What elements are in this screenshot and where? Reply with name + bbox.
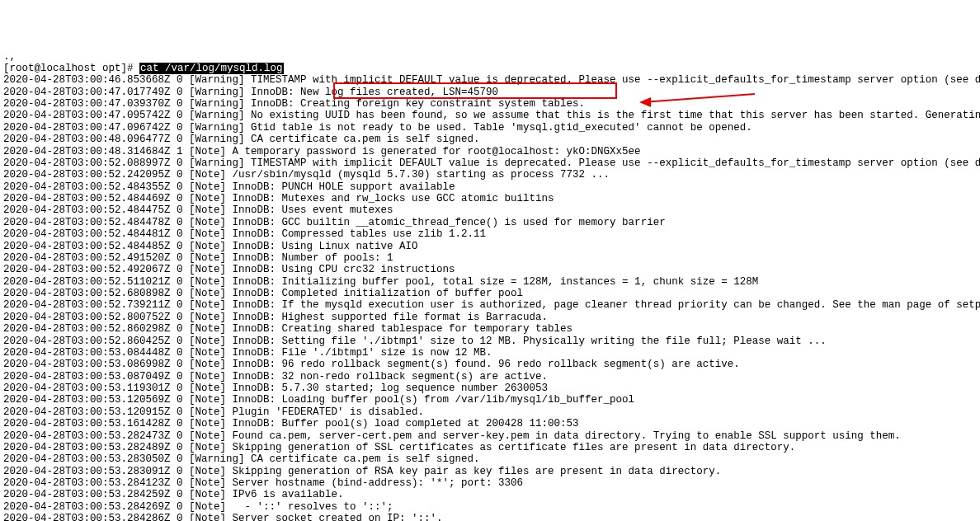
- log-line: 2020-04-28T03:00:52.484478Z 0 [Note] Inn…: [3, 217, 977, 228]
- log-line: 2020-04-28T03:00:53.084448Z 0 [Note] Inn…: [3, 347, 977, 359]
- command-highlight: cat /var/log/mysqld.log: [139, 63, 284, 74]
- log-line: 2020-04-28T03:00:52.491520Z 0 [Note] Inn…: [3, 252, 977, 264]
- log-line: 2020-04-28T03:00:53.282489Z 0 [Note] Ski…: [3, 442, 977, 453]
- log-line: 2020-04-28T03:00:52.860298Z 0 [Note] Inn…: [3, 323, 977, 335]
- log-line: 2020-04-28T03:00:47.095742Z 0 [Warning] …: [3, 110, 977, 121]
- log-line: 2020-04-28T03:00:52.680898Z 0 [Note] Inn…: [3, 288, 977, 299]
- shell-prompt: [root@localhost opt]# cat /var/log/mysql…: [3, 63, 977, 74]
- log-line: 2020-04-28T03:00:52.484475Z 0 [Note] Inn…: [3, 204, 977, 216]
- log-line: 2020-04-28T03:00:53.284259Z 0 [Note] IPv…: [3, 489, 977, 500]
- log-line: 2020-04-28T03:00:52.088997Z 0 [Warning] …: [3, 157, 977, 169]
- top-fragment: .,: [3, 51, 977, 63]
- log-line: 2020-04-28T03:00:53.284269Z 0 [Note] - '…: [3, 501, 977, 513]
- log-line: 2020-04-28T03:00:47.039370Z 0 [Warning] …: [3, 98, 977, 110]
- log-line: 2020-04-28T03:00:53.087049Z 0 [Note] Inn…: [3, 371, 977, 383]
- log-line: 2020-04-28T03:00:53.119301Z 0 [Note] Inn…: [3, 383, 977, 394]
- log-line: 2020-04-28T03:00:53.120915Z 0 [Note] Plu…: [3, 406, 977, 418]
- log-line: 2020-04-28T03:00:47.096742Z 0 [Warning] …: [3, 122, 977, 134]
- log-line: 2020-04-28T03:00:47.017749Z 0 [Warning] …: [3, 87, 977, 98]
- log-line: 2020-04-28T03:00:52.511021Z 0 [Note] Inn…: [3, 276, 977, 288]
- log-line: 2020-04-28T03:00:52.800752Z 0 [Note] Inn…: [3, 312, 977, 323]
- log-line: 2020-04-28T03:00:53.284286Z 0 [Note] Ser…: [3, 513, 977, 521]
- log-line: 2020-04-28T03:00:52.739211Z 0 [Note] Inn…: [3, 299, 977, 311]
- log-line: 2020-04-28T03:00:48.096477Z 0 [Warning] …: [3, 134, 977, 145]
- prompt-prefix: [root@localhost opt]#: [3, 63, 139, 74]
- log-line: 2020-04-28T03:00:52.242095Z 0 [Note] /us…: [3, 169, 977, 181]
- log-line: 2020-04-28T03:00:53.086998Z 0 [Note] Inn…: [3, 359, 977, 370]
- log-line: 2020-04-28T03:00:52.484469Z 0 [Note] Inn…: [3, 193, 977, 204]
- log-line: 2020-04-28T03:00:52.860425Z 0 [Note] Inn…: [3, 336, 977, 347]
- log-line: 2020-04-28T03:00:53.284123Z 0 [Note] Ser…: [3, 477, 977, 489]
- log-line: 2020-04-28T03:00:46.853668Z 0 [Warning] …: [3, 74, 977, 86]
- log-line: 2020-04-28T03:00:53.283050Z 0 [Warning] …: [3, 453, 977, 465]
- log-output: 2020-04-28T03:00:46.853668Z 0 [Warning] …: [3, 74, 977, 521]
- log-line: 2020-04-28T03:00:52.484485Z 0 [Note] Inn…: [3, 241, 977, 252]
- log-line: 2020-04-28T03:00:53.283091Z 0 [Note] Ski…: [3, 466, 977, 477]
- log-line: 2020-04-28T03:00:48.314684Z 1 [Note] A t…: [3, 146, 977, 157]
- log-line: 2020-04-28T03:00:53.161428Z 0 [Note] Inn…: [3, 418, 977, 429]
- log-line: 2020-04-28T03:00:53.282473Z 0 [Note] Fou…: [3, 430, 977, 442]
- log-line: 2020-04-28T03:00:52.492067Z 0 [Note] Inn…: [3, 264, 977, 275]
- log-line: 2020-04-28T03:00:52.484355Z 0 [Note] Inn…: [3, 181, 977, 193]
- log-line: 2020-04-28T03:00:52.484481Z 0 [Note] Inn…: [3, 228, 977, 240]
- log-line: 2020-04-28T03:00:53.120569Z 0 [Note] Inn…: [3, 394, 977, 406]
